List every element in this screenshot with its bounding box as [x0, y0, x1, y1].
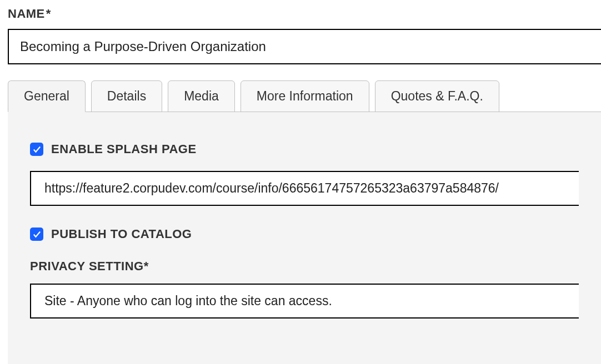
- tabs: General Details Media More Information Q…: [8, 80, 601, 112]
- tab-media[interactable]: Media: [168, 80, 235, 112]
- tab-details[interactable]: Details: [91, 80, 162, 112]
- privacy-setting-select[interactable]: Site - Anyone who can log into the site …: [30, 284, 579, 318]
- enable-splash-row: ENABLE SPLASH PAGE: [30, 142, 579, 156]
- splash-url-display[interactable]: https://feature2.corpudev.com/course/inf…: [30, 171, 579, 206]
- check-icon: [32, 145, 42, 154]
- name-label: NAME*: [8, 7, 601, 21]
- name-input[interactable]: [8, 29, 601, 64]
- tab-panel-general: ENABLE SPLASH PAGE https://feature2.corp…: [8, 112, 601, 364]
- required-marker: *: [46, 7, 51, 21]
- publish-catalog-row: PUBLISH TO CATALOG: [30, 227, 579, 241]
- enable-splash-label: ENABLE SPLASH PAGE: [51, 142, 197, 156]
- tab-more-information[interactable]: More Information: [241, 80, 369, 112]
- required-marker: *: [144, 259, 149, 273]
- check-icon: [32, 230, 42, 239]
- tab-general[interactable]: General: [8, 80, 86, 112]
- name-label-text: NAME: [8, 7, 45, 21]
- publish-catalog-checkbox[interactable]: [30, 228, 43, 241]
- tabs-container: General Details Media More Information Q…: [8, 80, 601, 364]
- privacy-setting-label: PRIVACY SETTING*: [30, 259, 579, 274]
- tab-quotes-faq[interactable]: Quotes & F.A.Q.: [375, 80, 499, 112]
- enable-splash-checkbox[interactable]: [30, 143, 43, 156]
- publish-catalog-label: PUBLISH TO CATALOG: [51, 227, 192, 241]
- privacy-label-text: PRIVACY SETTING: [30, 259, 144, 273]
